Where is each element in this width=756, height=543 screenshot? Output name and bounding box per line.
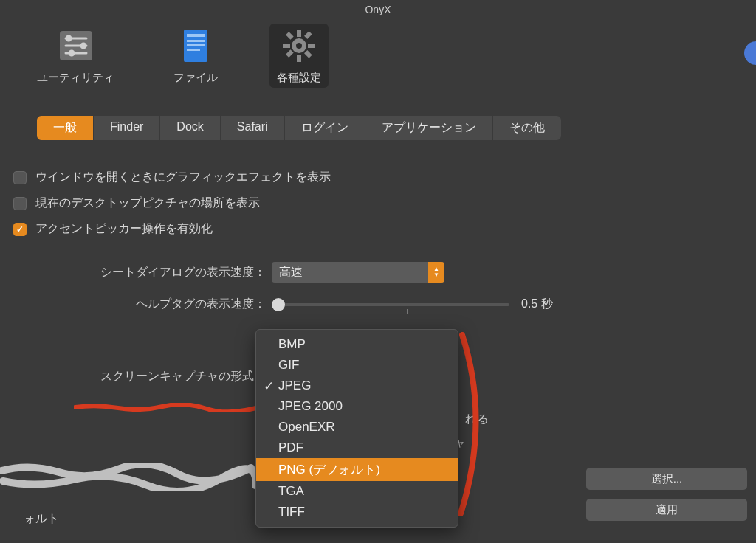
- window-title: OnyX: [0, 0, 756, 19]
- sheet-speed-label: シートダイアログの表示速度：: [13, 265, 272, 280]
- tab-login[interactable]: ログイン: [285, 116, 365, 140]
- svg-rect-14: [297, 55, 301, 62]
- toolbar-item-label: 各種設定: [277, 71, 321, 85]
- svg-point-4: [66, 36, 71, 41]
- chevron-updown-icon: ▲▼: [428, 262, 444, 283]
- dropdown-item-gif[interactable]: GIF: [256, 355, 458, 376]
- svg-rect-19: [304, 31, 312, 39]
- toolbar-parameters[interactable]: 各種設定: [269, 24, 329, 88]
- gear-icon: [280, 27, 318, 65]
- dropdown-item-jpeg2000[interactable]: JPEG 2000: [256, 396, 458, 417]
- tabbar: 一般 Finder Dock Safari ログイン アプリケーション その他: [37, 116, 561, 140]
- slider-track: [272, 303, 509, 306]
- sheet-speed-select[interactable]: 高速 ▲▼: [272, 262, 444, 283]
- tab-general[interactable]: 一般: [37, 116, 94, 140]
- capture-format-dropdown: BMP GIF ✓ JPEG JPEG 2000 OpenEXR PDF PNG…: [255, 329, 458, 528]
- svg-rect-15: [283, 44, 290, 48]
- check-icon: ✓: [264, 378, 274, 394]
- capture-format-label: スクリーンキャプチャの形式：: [13, 369, 272, 384]
- tab-dock[interactable]: Dock: [160, 116, 220, 140]
- svg-rect-11: [187, 49, 200, 51]
- redaction-scribble: [0, 463, 257, 491]
- dropdown-item-png[interactable]: PNG (デフォルト): [256, 458, 458, 481]
- dropdown-item-jpeg[interactable]: ✓ JPEG: [256, 376, 458, 396]
- help-speed-label: ヘルプタグの表示速度：: [13, 297, 272, 312]
- svg-rect-20: [286, 49, 294, 58]
- svg-rect-8: [187, 34, 205, 37]
- svg-rect-9: [187, 40, 205, 42]
- help-speed-value: 0.5 秒: [521, 297, 553, 312]
- dropdown-item-tga[interactable]: TGA: [256, 481, 458, 502]
- tab-safari[interactable]: Safari: [221, 116, 285, 140]
- checkbox-label: 現在のデスクトップピクチャの場所を表示: [35, 196, 260, 211]
- tab-other[interactable]: その他: [493, 116, 561, 140]
- wrench-icon: [57, 27, 95, 65]
- file-icon: [176, 27, 215, 65]
- svg-point-21: [296, 43, 302, 49]
- help-speed-slider[interactable]: [272, 296, 509, 312]
- toolbar-utilities[interactable]: ユーティリティ: [30, 24, 122, 88]
- checkbox-graphic-effects[interactable]: [13, 171, 27, 184]
- checkbox-accent-picker[interactable]: [13, 223, 27, 236]
- toolbar: ユーティリティ ファイル: [0, 19, 756, 97]
- right-button-column: 選択... 適用: [586, 468, 747, 521]
- tab-applications[interactable]: アプリケーション: [365, 116, 493, 140]
- checkbox-label: アクセントピッカー操作を有効化: [35, 221, 213, 237]
- dropdown-item-pdf[interactable]: PDF: [256, 437, 458, 458]
- choose-button[interactable]: 選択...: [586, 468, 747, 490]
- annotation-scribble: [455, 332, 492, 516]
- checkbox-desktop-picture-location[interactable]: [13, 197, 27, 210]
- toolbar-files[interactable]: ファイル: [166, 24, 225, 88]
- select-value: 高速: [279, 265, 303, 280]
- annotation-scribble: [74, 403, 263, 412]
- dropdown-item-tiff[interactable]: TIFF: [256, 502, 458, 522]
- svg-rect-16: [308, 44, 315, 48]
- svg-point-5: [81, 44, 86, 48]
- svg-rect-17: [286, 32, 294, 40]
- svg-rect-13: [297, 30, 301, 37]
- dropdown-item-bmp[interactable]: BMP: [256, 334, 458, 355]
- dropdown-item-openexr[interactable]: OpenEXR: [256, 417, 458, 437]
- toolbar-item-label: ファイル: [173, 71, 218, 85]
- apply-button[interactable]: 適用: [586, 499, 747, 521]
- svg-rect-18: [304, 50, 312, 58]
- checkbox-label: ウインドウを開くときにグラフィックエフェクトを表示: [35, 170, 331, 185]
- svg-point-6: [69, 51, 74, 55]
- truncated-label: ォルト: [0, 511, 59, 527]
- svg-rect-10: [187, 44, 205, 46]
- slider-ticks: [272, 309, 509, 314]
- toolbar-item-label: ユーティリティ: [37, 71, 114, 85]
- slider-thumb[interactable]: [272, 298, 285, 311]
- tab-finder[interactable]: Finder: [94, 116, 160, 140]
